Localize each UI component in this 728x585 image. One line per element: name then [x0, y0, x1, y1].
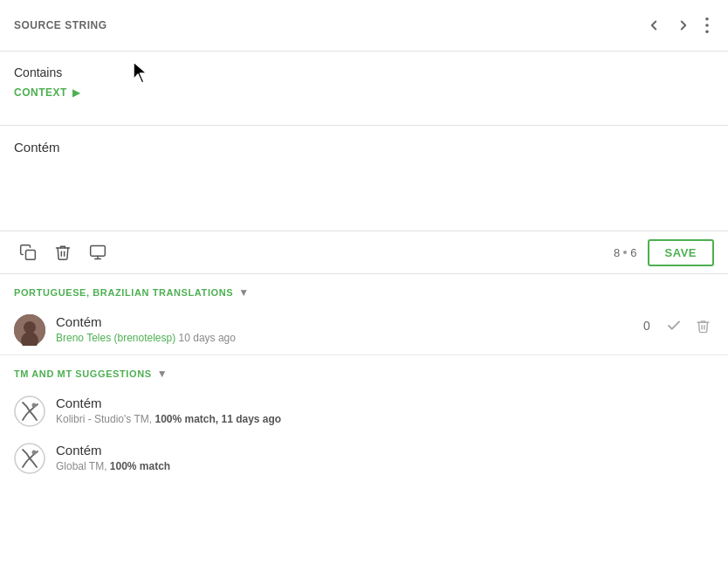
special-chars-button[interactable] — [84, 238, 112, 266]
svg-point-13 — [32, 451, 37, 455]
list-item: Contém Breno Teles (brenotelesp) 10 days… — [0, 307, 728, 354]
svg-rect-3 — [26, 251, 36, 260]
delete-suggestion-button[interactable] — [692, 315, 714, 337]
source-section: Contains CONTEXT ▶ — [0, 52, 728, 125]
svg-point-0 — [705, 17, 709, 21]
context-expand-icon[interactable]: ▶ — [72, 86, 80, 99]
translation-area[interactable]: Contém — [0, 126, 728, 231]
tm-suggestion-text-2: Contém — [56, 443, 714, 458]
count-separator — [623, 251, 627, 254]
page-header: SOURCE STRING — [0, 0, 728, 52]
contains-label: Contains — [14, 65, 714, 79]
svg-point-8 — [24, 321, 36, 334]
vote-count: 0 — [638, 319, 656, 333]
suggestion-content: Contém Breno Teles (brenotelesp) 10 days… — [56, 314, 628, 344]
nav-forward-button[interactable] — [670, 12, 697, 38]
copy-source-button[interactable] — [14, 238, 42, 266]
tm-source-1: Kolibri - Studio's TM, — [56, 413, 152, 425]
portuguese-section-heading: PORTUGUESE, BRAZILIAN TRANSLATIONS ▼ — [0, 274, 728, 307]
count-max: 6 — [630, 246, 636, 259]
portuguese-section-toggle[interactable]: ▼ — [238, 286, 249, 299]
context-row: CONTEXT ▶ — [14, 86, 714, 99]
list-item: Contém Global TM, 100% match — [0, 436, 728, 483]
kolibri-icon-1 — [14, 396, 45, 427]
toolbar: 8 6 SAVE — [0, 231, 728, 274]
tm-match-2: 100% match — [110, 460, 170, 472]
header-title: SOURCE STRING — [14, 19, 107, 31]
tm-suggestion-content-1: Contém Kolibri - Studio's TM, 100% match… — [56, 396, 714, 425]
avatar — [14, 314, 45, 346]
approve-button[interactable] — [663, 314, 685, 337]
tm-suggestion-meta-2: Global TM, 100% match — [56, 460, 714, 472]
suggestion-text: Contém — [56, 314, 628, 329]
svg-point-1 — [705, 24, 709, 27]
save-button[interactable]: SAVE — [648, 239, 714, 266]
count-current: 8 — [614, 246, 620, 259]
svg-point-2 — [705, 30, 709, 33]
tm-source-2: Global TM, — [56, 460, 106, 472]
tm-suggestion-content-2: Contém Global TM, 100% match — [56, 443, 714, 472]
tm-section-heading: TM AND MT SUGGESTIONS ▼ — [0, 355, 728, 389]
tm-match-1: 100% match, 11 days ago — [155, 413, 281, 425]
tm-suggestion-text-1: Contém — [56, 396, 714, 410]
tm-section-title: TM AND MT SUGGESTIONS — [14, 368, 152, 379]
kolibri-icon-2 — [14, 443, 45, 474]
delete-button[interactable] — [49, 238, 77, 266]
list-item: Contém Kolibri - Studio's TM, 100% match… — [0, 389, 728, 436]
context-label[interactable]: CONTEXT — [14, 86, 67, 99]
translation-text: Contém — [14, 140, 714, 155]
tm-section-toggle[interactable]: ▼ — [157, 368, 168, 380]
author-link[interactable]: Breno Teles (brenotelesp) — [56, 332, 175, 344]
header-actions — [641, 12, 714, 38]
toolbar-right: 8 6 SAVE — [614, 239, 714, 266]
more-options-button[interactable] — [700, 12, 714, 38]
suggestion-meta: Breno Teles (brenotelesp) 10 days ago — [56, 332, 628, 344]
suggestion-actions: 0 — [638, 314, 714, 337]
toolbar-left — [14, 238, 112, 266]
character-count: 8 6 — [614, 246, 636, 259]
svg-rect-4 — [91, 246, 106, 257]
svg-point-11 — [32, 403, 37, 408]
portuguese-section-title: PORTUGUESE, BRAZILIAN TRANSLATIONS — [14, 287, 233, 298]
nav-back-button[interactable] — [641, 12, 667, 38]
tm-suggestion-meta-1: Kolibri - Studio's TM, 100% match, 11 da… — [56, 413, 714, 425]
time-ago: 10 days ago — [179, 332, 236, 344]
